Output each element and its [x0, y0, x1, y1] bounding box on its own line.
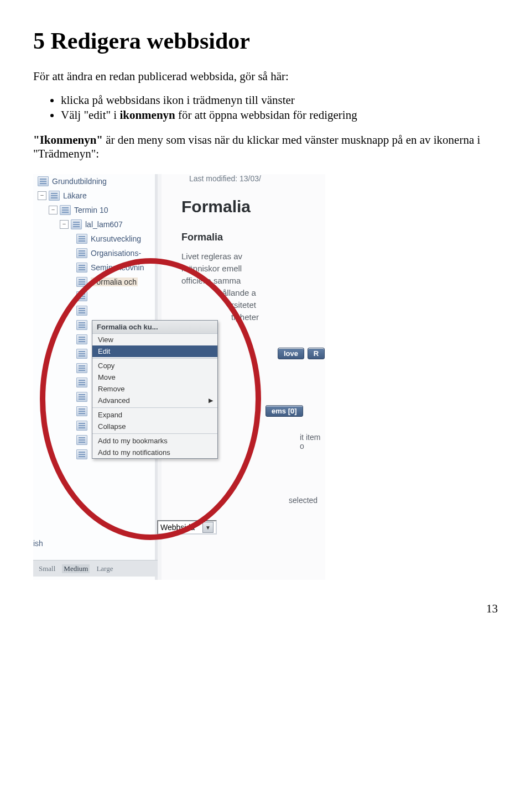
page-icon: [76, 435, 87, 445]
tree-label: Formalia och: [91, 277, 138, 286]
last-modified-label: Last modified: 13/03/: [189, 174, 261, 183]
page-icon: [38, 176, 49, 186]
type-dropdown[interactable]: Webbsida ▼: [157, 520, 217, 535]
page-icon: [76, 392, 87, 402]
page-icon: [76, 291, 87, 301]
page-icon: [76, 406, 87, 416]
menu-item-collapse[interactable]: Collapse: [92, 421, 217, 432]
action-button[interactable]: R: [308, 348, 325, 359]
tree-label: Termin 10: [74, 206, 108, 214]
page-icon: [49, 191, 60, 201]
instruction-item: Välj "edit" i ikonmenyn för att öppna we…: [61, 108, 498, 122]
tree-node[interactable]: − lal_lam607: [33, 217, 155, 232]
zoom-bar: Small Medium Large: [33, 560, 158, 577]
zoom-small[interactable]: Small: [39, 564, 55, 573]
menu-separator: [92, 358, 217, 359]
page-icon: [76, 234, 87, 244]
instruction-list: klicka på webbsidans ikon i trädmenyn ti…: [33, 93, 498, 122]
page-icon: [76, 363, 87, 373]
tree-label: Seminarieövnin: [91, 263, 144, 272]
content-subtitle: Formalia: [181, 232, 223, 243]
tree-label: Grundutbildning: [52, 177, 107, 186]
tree-label: Läkare: [63, 191, 87, 200]
page-icon: [76, 277, 87, 287]
item-text: it item o: [300, 433, 325, 450]
page-icon: [76, 449, 87, 459]
body-line: människor emell: [181, 264, 242, 273]
page-icon: [60, 205, 71, 215]
selected-text: selected: [289, 496, 317, 505]
menu-item-advanced[interactable]: Advanced ▶: [92, 395, 217, 406]
menu-item-notifications[interactable]: Add to my notifications: [92, 447, 217, 458]
content-body: Livet regleras av människor emell offici…: [181, 250, 325, 323]
menu-item-remove[interactable]: Remove: [92, 383, 217, 395]
page-icon: [76, 378, 87, 387]
context-menu-header: Formalia och ku...: [92, 321, 217, 334]
dropdown-value: Webbsida: [160, 523, 195, 532]
context-menu: Formalia och ku... View Edit Copy Move R…: [92, 320, 218, 459]
page-number: 13: [33, 602, 498, 616]
menu-item-edit[interactable]: Edit: [92, 345, 217, 357]
submenu-arrow-icon: ▶: [209, 397, 213, 404]
menu-item-copy[interactable]: Copy: [92, 360, 217, 371]
page-icon: [76, 349, 87, 359]
menu-separator: [92, 433, 217, 434]
body-line: ållande a: [181, 288, 256, 297]
menu-item-label: Advanced: [98, 396, 130, 405]
page-icon: [76, 334, 87, 344]
body-line: officiella samma: [181, 276, 241, 285]
tree-node[interactable]: Kursutveckling: [33, 232, 155, 246]
collapse-icon[interactable]: −: [38, 191, 46, 200]
zoom-medium[interactable]: Medium: [62, 564, 90, 573]
page-icon: [71, 219, 82, 229]
screenshot-region: Grundutbildning − Läkare − Termin 10 − l…: [33, 174, 325, 580]
tree-node[interactable]: Grundutbildning: [33, 174, 155, 188]
chevron-down-icon[interactable]: ▼: [202, 522, 214, 533]
menu-separator: [92, 407, 217, 408]
menu-item-bookmark[interactable]: Add to my bookmarks: [92, 435, 217, 447]
tree-label: lal_lam607: [85, 220, 123, 229]
collapse-icon[interactable]: −: [60, 220, 69, 229]
tree-node[interactable]: − Läkare: [33, 188, 155, 203]
tree-node-selected[interactable]: Formalia och: [33, 275, 155, 289]
page-icon: [76, 248, 87, 258]
instruction-item: klicka på webbsidans ikon i trädmenyn ti…: [61, 93, 498, 107]
trash-label[interactable]: ish: [33, 539, 43, 548]
body-line: Livet regleras av: [181, 252, 242, 261]
tree-node[interactable]: Organisations-: [33, 246, 155, 260]
menu-item-view[interactable]: View: [92, 334, 217, 345]
collapse-icon[interactable]: −: [49, 206, 58, 214]
explanation-paragraph: "Ikonmenyn" är den meny som visas när du…: [33, 133, 498, 161]
intro-paragraph: För att ändra en redan publicerad webbsi…: [33, 70, 498, 83]
tree-label: Kursutveckling: [91, 234, 141, 243]
action-button[interactable]: ems [0]: [266, 405, 303, 417]
page-icon: [76, 421, 87, 431]
menu-item-move[interactable]: Move: [92, 371, 217, 383]
menu-item-expand[interactable]: Expand: [92, 409, 217, 421]
tree-node[interactable]: [33, 289, 155, 303]
tree-label: Organisations-: [91, 249, 141, 258]
tree-node[interactable]: − Termin 10: [33, 203, 155, 217]
content-title: Formalia: [181, 197, 251, 216]
tree-node[interactable]: Seminarieövnin: [33, 260, 155, 275]
page-icon: [76, 263, 87, 273]
action-buttons-row: ems [0]: [266, 403, 303, 417]
tree-node[interactable]: [33, 303, 155, 318]
page-icon: [76, 320, 87, 330]
zoom-large[interactable]: Large: [96, 564, 113, 573]
action-buttons-row: love R: [278, 345, 325, 359]
body-line: rsitetet: [181, 300, 256, 310]
page-heading: 5 Redigera webbsidor: [33, 28, 498, 54]
action-button[interactable]: love: [278, 348, 304, 359]
page-icon: [76, 306, 87, 316]
